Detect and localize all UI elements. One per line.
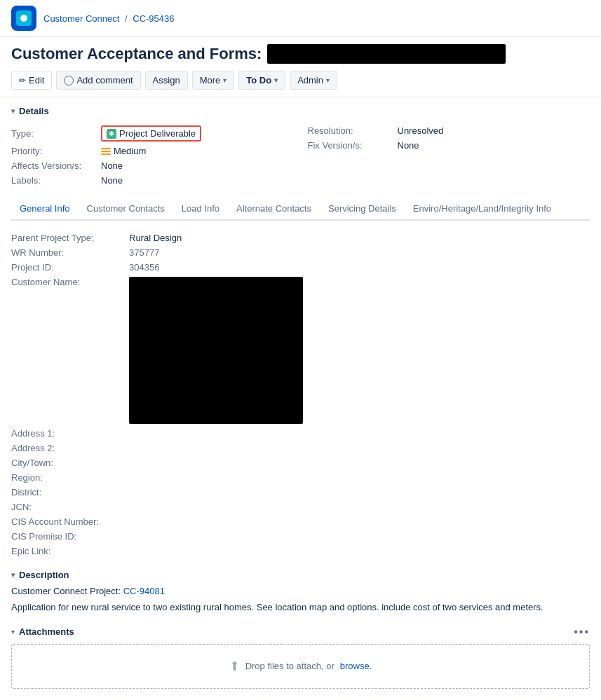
details-right: Resolution: Unresolved Fix Version/s: No… xyxy=(308,123,590,188)
breadcrumb: Customer Connect / CC-95436 xyxy=(43,13,175,24)
priority-row: Priority: Medium xyxy=(11,144,294,158)
details-left: Type: ✱ Project Deliverable Priority: xyxy=(11,123,294,188)
affects-version-row: Affects Version/s: None xyxy=(11,158,294,173)
resolution-label: Resolution: xyxy=(308,125,392,136)
address1-row: Address 1: xyxy=(11,426,590,441)
details-grid: Type: ✱ Project Deliverable Priority: xyxy=(11,123,590,188)
edit-icon: ✏ xyxy=(19,76,26,85)
type-label: Type: xyxy=(11,128,95,139)
tab-customer-contacts[interactable]: Customer Contacts xyxy=(79,198,173,221)
customer-name-row: Customer Name: xyxy=(11,275,590,426)
customer-name-redacted xyxy=(129,277,303,424)
breadcrumb-sep: / xyxy=(125,13,128,24)
parent-project-type-value: Rural Design xyxy=(129,233,182,243)
city-row: City/Town: xyxy=(11,455,590,470)
wr-number-value: 375777 xyxy=(129,247,159,258)
add-comment-button[interactable]: Add comment xyxy=(56,71,140,90)
page-title-row: Customer Acceptance and Forms: xyxy=(0,37,601,68)
labels-label: Labels: xyxy=(11,175,95,186)
priority-icon xyxy=(101,148,111,155)
description-toggle-arrow: ▾ xyxy=(11,571,15,579)
attachments-header: ▾ Attachments ••• xyxy=(11,626,590,638)
fix-version-label: Fix Version/s: xyxy=(308,140,392,151)
type-row: Type: ✱ Project Deliverable xyxy=(11,123,294,144)
general-info-panel: Parent Project Type: Rural Design WR Num… xyxy=(11,231,590,558)
wr-number-row: WR Number: 375777 xyxy=(11,245,590,260)
jcn-row: JCN: xyxy=(11,500,590,514)
fix-version-value: None xyxy=(398,140,419,151)
top-bar: Customer Connect / CC-95436 xyxy=(0,0,601,37)
description-project-line: Customer Connect Project: CC-94081 xyxy=(11,586,590,596)
priority-label: Priority: xyxy=(11,146,95,156)
tabs-row: General Info Customer Contacts Load Info… xyxy=(11,198,590,221)
todo-button[interactable]: To Do ▾ xyxy=(238,71,285,90)
cis-account-label: CIS Account Number: xyxy=(11,516,123,527)
upload-icon: ⬆ xyxy=(229,659,240,674)
resolution-value: Unresolved xyxy=(398,125,444,136)
details-toggle[interactable]: ▾ Details xyxy=(11,106,590,116)
app-icon xyxy=(11,6,36,31)
toolbar: ✏ Edit Add comment Assign More ▾ To Do ▾… xyxy=(0,68,601,97)
parent-project-type-row: Parent Project Type: Rural Design xyxy=(11,231,590,245)
browse-link[interactable]: browse. xyxy=(340,661,372,671)
district-row: District: xyxy=(11,485,590,500)
project-id-label: Project ID: xyxy=(11,262,123,273)
priority-value: Medium xyxy=(101,146,146,156)
labels-row: Labels: None xyxy=(11,173,294,188)
more-dropdown-arrow: ▾ xyxy=(223,76,227,84)
attachments-toggle-arrow: ▾ xyxy=(11,628,15,636)
tab-enviro[interactable]: Enviro/Heritage/Land/Integrity Info xyxy=(405,198,560,221)
attachments-title: Attachments xyxy=(19,626,74,637)
affects-version-value: None xyxy=(101,160,123,171)
page-title: Customer Acceptance and Forms: xyxy=(11,44,506,64)
details-section: ▾ Details Type: ✱ Project Deliverable Pr… xyxy=(11,106,590,188)
city-label: City/Town: xyxy=(11,458,123,468)
drop-text: Drop files to attach, or xyxy=(245,661,335,671)
affects-version-label: Affects Version/s: xyxy=(11,160,95,171)
region-label: Region: xyxy=(11,472,123,483)
tab-load-info[interactable]: Load Info xyxy=(173,198,228,221)
comment-icon xyxy=(64,76,74,85)
drop-zone[interactable]: ⬆ Drop files to attach, or browse. xyxy=(11,644,590,689)
description-text: Application for new rural service to two… xyxy=(11,601,590,615)
project-id-value: 304356 xyxy=(129,262,159,273)
customer-name-label: Customer Name: xyxy=(11,277,123,287)
title-redacted xyxy=(267,44,506,64)
parent-project-type-label: Parent Project Type: xyxy=(11,233,123,243)
assign-button[interactable]: Assign xyxy=(145,71,188,90)
attachments-header-left: ▾ Attachments xyxy=(11,626,74,637)
project-id-row: Project ID: 304356 xyxy=(11,260,590,275)
region-row: Region: xyxy=(11,470,590,485)
breadcrumb-issue[interactable]: CC-95436 xyxy=(133,13,174,24)
breadcrumb-project[interactable]: Customer Connect xyxy=(43,13,119,24)
tab-alternate-contacts[interactable]: Alternate Contacts xyxy=(228,198,320,221)
address2-label: Address 2: xyxy=(11,443,123,453)
epic-link-row: Epic Link: xyxy=(11,544,590,558)
resolution-row: Resolution: Unresolved xyxy=(308,123,590,138)
description-section: ▾ Description Customer Connect Project: … xyxy=(11,570,590,615)
fix-version-row: Fix Version/s: None xyxy=(308,138,590,153)
type-value: ✱ Project Deliverable xyxy=(101,125,201,142)
admin-button[interactable]: Admin ▾ xyxy=(290,71,337,90)
todo-dropdown-arrow: ▾ xyxy=(274,76,278,84)
main-content: ▾ Details Type: ✱ Project Deliverable Pr… xyxy=(0,97,601,700)
more-button[interactable]: More ▾ xyxy=(192,71,235,90)
epic-link-label: Epic Link: xyxy=(11,546,123,556)
jcn-label: JCN: xyxy=(11,502,123,512)
type-icon: ✱ xyxy=(107,129,116,139)
admin-dropdown-arrow: ▾ xyxy=(326,76,330,84)
address1-label: Address 1: xyxy=(11,428,123,439)
attachments-section: ▾ Attachments ••• ⬆ Drop files to attach… xyxy=(11,626,590,689)
district-label: District: xyxy=(11,487,123,497)
description-toggle[interactable]: ▾ Description xyxy=(11,570,590,580)
address2-row: Address 2: xyxy=(11,441,590,455)
edit-button[interactable]: ✏ Edit xyxy=(11,71,52,90)
cis-premise-label: CIS Premise ID: xyxy=(11,531,123,542)
description-body: Customer Connect Project: CC-94081 Appli… xyxy=(11,586,590,615)
details-toggle-arrow: ▾ xyxy=(11,107,15,115)
cis-premise-row: CIS Premise ID: xyxy=(11,529,590,544)
attachments-more-icon[interactable]: ••• xyxy=(574,626,590,638)
tab-general[interactable]: General Info xyxy=(11,198,79,221)
tab-servicing-details[interactable]: Servicing Details xyxy=(320,198,405,221)
description-project-link[interactable]: CC-94081 xyxy=(123,586,165,596)
